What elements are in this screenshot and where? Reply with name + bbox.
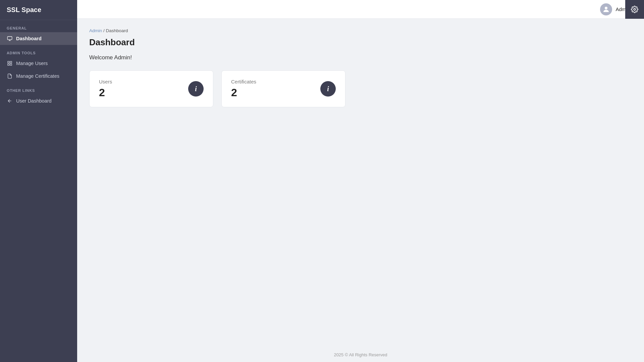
page-title: Dashboard bbox=[89, 37, 632, 48]
sidebar-item-dashboard-label: Dashboard bbox=[16, 36, 42, 41]
breadcrumb-separator: / bbox=[103, 28, 106, 33]
welcome-message: Welcome Admin! bbox=[89, 54, 632, 61]
grid-icon bbox=[7, 60, 13, 66]
sidebar-item-user-dashboard-label: User Dashboard bbox=[16, 98, 52, 104]
sidebar-item-user-dashboard[interactable]: User Dashboard bbox=[0, 95, 77, 107]
users-card-label: Users bbox=[99, 79, 112, 84]
svg-rect-4 bbox=[10, 61, 12, 63]
users-stat-card: Users 2 i bbox=[89, 70, 213, 107]
sidebar-item-manage-users-label: Manage Users bbox=[16, 61, 48, 66]
certificates-card-value: 2 bbox=[231, 86, 256, 99]
topbar: Admin ▾ bbox=[77, 0, 644, 19]
users-card-left: Users 2 bbox=[99, 79, 112, 99]
svg-rect-0 bbox=[7, 37, 12, 40]
sidebar: SSL Space GENERAL Dashboard ADMIN TOOLS … bbox=[0, 0, 77, 362]
sidebar-section-other-links: OTHER LINKS bbox=[0, 82, 77, 95]
sidebar-item-manage-certificates-label: Manage Certificates bbox=[16, 73, 59, 79]
svg-point-9 bbox=[634, 8, 636, 10]
users-card-value: 2 bbox=[99, 86, 112, 99]
file-icon bbox=[7, 73, 13, 79]
breadcrumb-current: Dashboard bbox=[106, 28, 128, 33]
monitor-icon bbox=[7, 36, 13, 42]
breadcrumb: Admin / Dashboard bbox=[89, 28, 632, 33]
svg-rect-3 bbox=[8, 61, 9, 63]
breadcrumb-parent[interactable]: Admin bbox=[89, 28, 102, 33]
page-content: Admin / Dashboard Dashboard Welcome Admi… bbox=[77, 19, 644, 348]
svg-rect-6 bbox=[10, 64, 12, 65]
svg-rect-5 bbox=[8, 64, 9, 65]
arrow-left-icon bbox=[7, 98, 13, 104]
stats-cards-row: Users 2 i Certificates 2 i bbox=[89, 70, 632, 107]
users-info-icon[interactable]: i bbox=[188, 81, 204, 97]
sidebar-item-dashboard[interactable]: Dashboard bbox=[0, 32, 77, 45]
certificates-card-label: Certificates bbox=[231, 79, 256, 84]
sidebar-item-manage-certificates[interactable]: Manage Certificates bbox=[0, 70, 77, 82]
footer-text: 2025 © All Rights Reserved bbox=[334, 352, 387, 357]
certificates-info-icon[interactable]: i bbox=[320, 81, 336, 97]
footer: 2025 © All Rights Reserved bbox=[77, 348, 644, 362]
settings-button[interactable] bbox=[625, 0, 644, 19]
main-area: Admin ▾ Admin / Dashboard Dashboard Welc… bbox=[77, 0, 644, 362]
sidebar-section-general: GENERAL bbox=[0, 20, 77, 32]
certificates-stat-card: Certificates 2 i bbox=[221, 70, 345, 107]
avatar bbox=[600, 3, 612, 15]
certificates-card-left: Certificates 2 bbox=[231, 79, 256, 99]
app-logo: SSL Space bbox=[0, 0, 77, 20]
svg-point-8 bbox=[605, 7, 607, 9]
sidebar-section-admin-tools: ADMIN TOOLS bbox=[0, 45, 77, 57]
sidebar-item-manage-users[interactable]: Manage Users bbox=[0, 57, 77, 70]
